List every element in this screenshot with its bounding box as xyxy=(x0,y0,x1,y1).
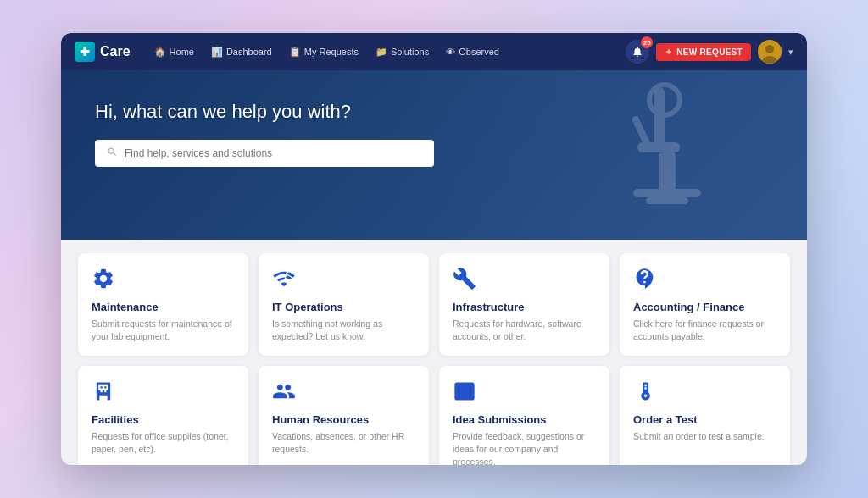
user-avatar[interactable] xyxy=(758,40,782,64)
order-test-desc: Submit an order to test a sample. xyxy=(633,430,776,443)
card-infrastructure[interactable]: Infrastructure Requests for hardware, so… xyxy=(439,253,609,356)
notification-button[interactable]: 25 xyxy=(626,40,649,64)
nav-dashboard[interactable]: 📊 Dashboard xyxy=(204,43,279,61)
nav-dashboard-label: Dashboard xyxy=(226,47,272,57)
plus-icon xyxy=(665,47,673,56)
card-maintenance[interactable]: Maintenance Submit requests for maintena… xyxy=(78,253,248,356)
search-icon xyxy=(107,147,118,160)
nav-solutions[interactable]: 📁 Solutions xyxy=(369,43,436,61)
logo[interactable]: ✚ Care xyxy=(75,42,131,62)
search-input[interactable] xyxy=(125,147,422,159)
svg-point-1 xyxy=(765,45,774,53)
svg-rect-6 xyxy=(633,189,701,197)
card-facilities[interactable]: Facilities Requests for office supplies … xyxy=(78,366,248,465)
requests-icon: 📋 xyxy=(289,47,301,58)
hero-title: Hi, what can we help you with? xyxy=(95,101,773,123)
hr-desc: Vacations, absences, or other HR request… xyxy=(272,430,415,455)
accounting-icon xyxy=(633,267,776,294)
facilities-desc: Requests for office supplies (toner, pap… xyxy=(92,430,235,455)
cards-grid: Maintenance Submit requests for maintena… xyxy=(78,253,790,451)
card-ideas[interactable]: Idea Submissions Provide feedback, sugge… xyxy=(439,366,609,465)
infrastructure-title: Infrastructure xyxy=(453,301,596,313)
card-it-operations[interactable]: IT Operations Is something not working a… xyxy=(259,253,429,356)
order-test-title: Order a Test xyxy=(633,413,776,426)
dashboard-icon: 📊 xyxy=(211,47,223,58)
facilities-title: Facilities xyxy=(92,413,235,426)
facilities-icon xyxy=(92,379,235,407)
hero-section: Hi, what can we help you with? xyxy=(61,70,807,240)
nav-observed-label: Observed xyxy=(459,47,499,57)
svg-rect-7 xyxy=(646,197,688,204)
solutions-icon: 📁 xyxy=(376,47,387,58)
home-icon: 🏠 xyxy=(154,47,166,58)
nav-home-label: Home xyxy=(170,47,194,57)
bell-icon xyxy=(632,46,643,58)
notification-badge: 25 xyxy=(641,36,653,48)
order-test-icon xyxy=(633,379,776,407)
accounting-desc: Click here for finance requests or accou… xyxy=(633,318,776,342)
observed-icon: 👁 xyxy=(446,47,455,57)
ideas-desc: Provide feedback, suggestions or ideas f… xyxy=(453,430,596,465)
nav-my-requests[interactable]: 📋 My Requests xyxy=(282,43,365,61)
maintenance-desc: Submit requests for maintenance of your … xyxy=(92,318,235,342)
logo-icon: ✚ xyxy=(75,42,95,62)
nav-solutions-label: Solutions xyxy=(391,47,429,57)
logo-text: Care xyxy=(100,44,131,59)
it-operations-desc: Is something not working as expected? Le… xyxy=(272,318,415,342)
it-operations-icon xyxy=(272,267,415,294)
new-request-button[interactable]: NEW REQUEST xyxy=(656,43,751,61)
avatar-image xyxy=(758,40,782,64)
nav-observed[interactable]: 👁 Observed xyxy=(439,43,506,60)
nav-home[interactable]: 🏠 Home xyxy=(147,43,201,61)
ideas-icon xyxy=(453,379,596,407)
ideas-title: Idea Submissions xyxy=(453,413,596,426)
main-window: ✚ Care 🏠 Home 📊 Dashboard 📋 My Requests … xyxy=(61,33,807,465)
avatar-chevron[interactable]: ▾ xyxy=(788,47,793,58)
maintenance-icon xyxy=(92,267,235,294)
card-order-test[interactable]: Order a Test Submit an order to test a s… xyxy=(620,366,790,465)
new-request-label: NEW REQUEST xyxy=(676,47,743,57)
hero-content: Hi, what can we help you with? xyxy=(61,70,807,184)
navbar: ✚ Care 🏠 Home 📊 Dashboard 📋 My Requests … xyxy=(61,33,807,70)
nav-requests-label: My Requests xyxy=(304,47,359,57)
hr-title: Human Resources xyxy=(272,413,415,426)
card-accounting[interactable]: Accounting / Finance Click here for fina… xyxy=(620,253,790,356)
infrastructure-desc: Requests for hardware, software accounts… xyxy=(453,318,596,342)
accounting-title: Accounting / Finance xyxy=(633,301,776,313)
nav-right-section: 25 NEW REQUEST ▾ xyxy=(626,40,793,64)
hr-icon xyxy=(272,379,415,407)
search-bar[interactable] xyxy=(95,140,434,167)
cards-container: Maintenance Submit requests for maintena… xyxy=(61,240,807,465)
it-operations-title: IT Operations xyxy=(272,301,415,313)
maintenance-title: Maintenance xyxy=(92,301,235,313)
infrastructure-icon xyxy=(453,267,596,294)
card-hr[interactable]: Human Resources Vacations, absences, or … xyxy=(259,366,429,465)
